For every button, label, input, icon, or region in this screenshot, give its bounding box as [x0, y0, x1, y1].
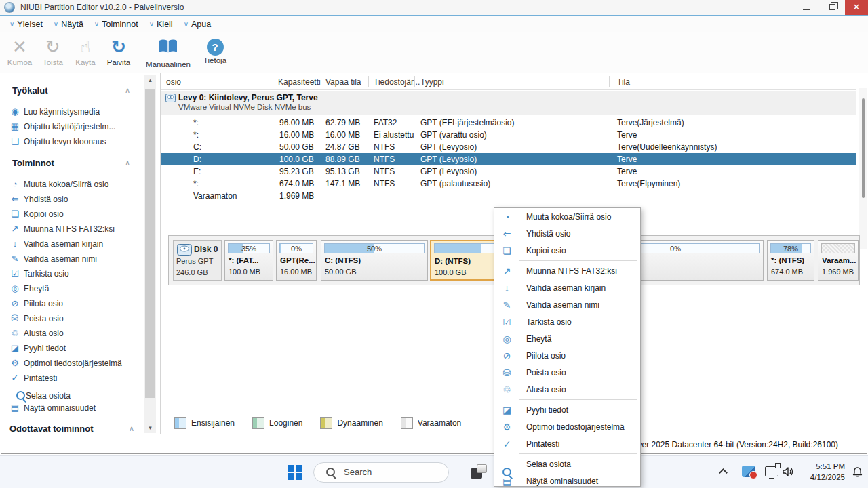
usage-bar: 78%: [770, 243, 811, 253]
scroll-up-icon[interactable]: ▴: [144, 75, 156, 85]
sidebar-item-merge[interactable]: ⇐Yhdistä osio: [8, 194, 142, 205]
sidebar-item-disk-clone[interactable]: ❏Ohjattu levyn kloonaus: [8, 136, 142, 148]
volume-icon[interactable]: [783, 466, 795, 477]
sidebar-scrollbar[interactable]: ▴ ▾: [144, 75, 156, 433]
resize-move-icon: ◔: [494, 211, 519, 222]
refresh-button[interactable]: ↻ Päivitä: [102, 36, 135, 70]
sidebar-item-drive-letter[interactable]: ↓Vaihda aseman kirjain: [8, 239, 142, 250]
sidebar-item-optimize[interactable]: ⚙Optimoi tiedostojärjestelmä: [8, 358, 142, 369]
col-header-tila[interactable]: Tila: [617, 75, 630, 89]
context-item-copy[interactable]: ❏Kopioi osio: [494, 242, 640, 259]
table-row[interactable]: *:16.00 MB16.00 MBEi alustettuGPT (varat…: [161, 129, 856, 141]
col-header-tiedostojarjestelma[interactable]: Tiedostojär...: [374, 75, 420, 89]
sidebar-item-wipe[interactable]: ◪Pyyhi tiedot: [8, 343, 142, 354]
sidebar-item-boot-media[interactable]: ◉Luo käynnistysmedia: [8, 106, 142, 118]
undo-button: ✕ Kumoa: [4, 36, 35, 70]
table-row[interactable]: E:95.23 GB95.13 GBNTFSGPT (Levyosio)Terv…: [161, 165, 856, 178]
context-item-rename[interactable]: ✎Vaihda aseman nimi: [494, 296, 640, 313]
table-row[interactable]: *:96.00 MB62.79 MBFAT32GPT (EFI-järjeste…: [161, 117, 856, 129]
minimize-button[interactable]: [795, 0, 818, 15]
partition-block-recovery[interactable]: 78% *: (NTFS) 674.0 MB: [767, 240, 814, 281]
menu-toiminnot[interactable]: ∨Toiminnot: [90, 18, 142, 30]
section-tools[interactable]: Työkalut ∧: [12, 85, 134, 96]
context-item-convert[interactable]: ↗Muunna NTFS FAT32:ksi: [494, 262, 640, 279]
context-item-format[interactable]: ♲Alusta osio: [494, 381, 640, 398]
sidebar-item-browse[interactable]: Selaa osiota: [8, 388, 142, 399]
table-scrollbar[interactable]: [859, 88, 867, 249]
table-row[interactable]: C:50.00 GB24.87 GBNTFSGPT (Levyosio)Terv…: [161, 141, 856, 153]
taskbar-app-icon[interactable]: [471, 464, 488, 481]
tray-chevron-up-icon[interactable]: [719, 468, 728, 477]
table-scrollbar-thumb[interactable]: [862, 98, 865, 198]
delete-partition-icon: ⛁: [8, 313, 22, 323]
context-item-surface-test[interactable]: ✓Pintatesti: [494, 435, 640, 452]
context-item-hide[interactable]: ⊘Piilota osio: [494, 347, 640, 364]
col-header-tyyppi[interactable]: Tyyppi: [420, 75, 444, 89]
context-item-defrag[interactable]: ◎Eheytä: [494, 330, 640, 347]
defrag-icon: ◎: [494, 333, 519, 344]
sidebar-item-format[interactable]: ♲Alusta osio: [8, 328, 142, 340]
undo-icon: ✕: [4, 36, 35, 58]
sidebar-item-os-migration[interactable]: ▦Ohjattu käyttöjärjestelm...: [8, 121, 142, 133]
legend-primary-swatch: [174, 417, 186, 429]
context-item-optimize[interactable]: ⚙Optimoi tiedostojärjestelmä: [494, 418, 640, 435]
col-header-osio[interactable]: osio: [166, 75, 181, 89]
partition-block-efi[interactable]: 35% *: (FAT... 100.0 MB: [224, 240, 273, 281]
menu-apua[interactable]: ∨Apua: [180, 18, 216, 30]
search-icon: [326, 468, 337, 479]
clock-date: 4/12/2025: [810, 473, 845, 481]
sidebar-item-rename[interactable]: ✎Vaihda aseman nimi: [8, 253, 142, 265]
table-row-selected[interactable]: D:100.0 GB88.89 GBNTFSGPT (Levyosio)Terv…: [161, 153, 856, 165]
tray-clock[interactable]: 5:51 PM 4/12/2025: [796, 461, 845, 483]
context-item-merge[interactable]: ⇐Yhdistä osio: [494, 225, 640, 242]
section-pending[interactable]: Odottavat toiminnot ∧: [9, 424, 132, 434]
manual-button[interactable]: Manuaalinen: [142, 36, 195, 70]
menu-yleiset[interactable]: ∨Yleiset: [5, 18, 47, 30]
format-icon: ♲: [8, 328, 22, 338]
start-button[interactable]: [288, 465, 302, 480]
menu-kieli[interactable]: ∨Kieli: [145, 18, 177, 30]
sidebar-item-convert[interactable]: ↗Muunna NTFS FAT32:ksi: [8, 224, 142, 235]
tray-app-icon[interactable]: [742, 466, 755, 477]
col-header-kapasiteetti[interactable]: Kapasiteetti: [278, 75, 321, 89]
context-item-browse[interactable]: Selaa osiota: [494, 455, 640, 472]
sidebar-item-properties[interactable]: ▤Näytä ominaisuudet: [8, 403, 142, 414]
section-actions[interactable]: Toiminnot ∧: [12, 158, 134, 169]
context-item-drive-letter[interactable]: ↓Vaihda aseman kirjain: [494, 279, 640, 296]
scroll-down-icon[interactable]: ▾: [144, 422, 156, 433]
table-row[interactable]: Varaamaton1.969 MB: [161, 190, 856, 202]
table-row[interactable]: *:674.0 MB147.1 MBNTFSGPT (palautusosio)…: [161, 178, 856, 190]
close-button[interactable]: ✕: [845, 0, 868, 15]
col-header-vapaa-tila[interactable]: Vapaa tila: [326, 75, 361, 89]
context-item-properties[interactable]: ▤Näytä ominaisuudet: [494, 472, 640, 488]
sidebar-item-copy[interactable]: ❏Kopioi osio: [8, 209, 142, 220]
taskbar-search[interactable]: Search: [313, 462, 449, 483]
sidebar-item-resize-move[interactable]: ◔Muuta kokoa/Siirrä osio: [8, 179, 142, 190]
context-item-resize-move[interactable]: ◔Muuta kokoa/Siirrä osio: [494, 208, 640, 225]
network-icon[interactable]: [765, 466, 778, 476]
legend-dynamic-swatch: [320, 417, 332, 429]
restore-button[interactable]: [821, 0, 844, 15]
sidebar-item-surface-test[interactable]: ✓Pintatesti: [8, 373, 142, 384]
hide-partition-icon: ⊘: [494, 350, 519, 361]
sidebar-item-check[interactable]: ☑Tarkista osio: [8, 268, 142, 280]
format-icon: ♲: [494, 384, 519, 395]
menu-nayta[interactable]: ∨Näytä: [50, 18, 87, 30]
context-item-check[interactable]: ☑Tarkista osio: [494, 313, 640, 330]
boot-media-icon: ◉: [8, 106, 22, 117]
context-item-delete[interactable]: ⛁Poista osio: [494, 364, 640, 381]
sidebar-scrollbar-thumb[interactable]: [145, 89, 155, 398]
disk-group-row[interactable]: Levy 0: Kiintolevy, Perus GPT, Terve VMw…: [161, 92, 856, 115]
about-button[interactable]: ? Tietoja: [197, 36, 233, 70]
notification-bell-icon[interactable]: [852, 466, 863, 478]
context-menu-separator: [519, 399, 637, 400]
legend-logical-swatch: [252, 417, 264, 429]
partition-block-c[interactable]: 50% C: (NTFS) 50.00 GB: [321, 240, 428, 281]
partition-block-reserved[interactable]: 0% GPT(Re... 16.00 MB: [276, 240, 317, 281]
partition-block-unallocated[interactable]: Varaam... 1.969 MB: [818, 240, 859, 281]
context-item-wipe[interactable]: ◪Pyyhi tiedot: [494, 401, 640, 418]
sidebar-item-delete[interactable]: ⛁Poista osio: [8, 313, 142, 325]
sidebar-item-hide[interactable]: ⊘Piilota osio: [8, 298, 142, 310]
disk-map-disk-info[interactable]: Disk 0 Perus GPT 246.0 GB: [173, 240, 222, 281]
sidebar-item-defrag[interactable]: ◎Eheytä: [8, 283, 142, 295]
